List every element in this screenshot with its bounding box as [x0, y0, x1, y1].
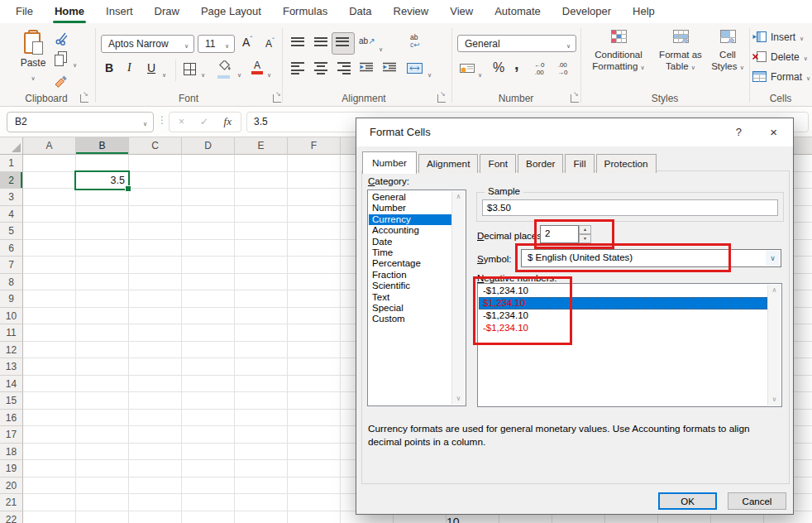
grid-cell[interactable]	[129, 290, 182, 308]
row-header-10[interactable]: 10	[0, 308, 23, 325]
negative-format-option-3[interactable]: -$1,234.10	[479, 309, 767, 322]
cancel-entry-icon[interactable]: ×	[179, 116, 184, 127]
dialog-tab-protection[interactable]: Protection	[596, 154, 657, 173]
fill-color-chevron-icon[interactable]	[237, 65, 241, 80]
grid-cell[interactable]	[76, 494, 129, 511]
column-header-C[interactable]: C	[129, 137, 182, 155]
grid-cell[interactable]	[23, 290, 76, 308]
grid-cell[interactable]	[235, 206, 288, 223]
dialog-tab-alignment[interactable]: Alignment	[418, 154, 478, 173]
spinner-up-icon[interactable]	[579, 225, 591, 234]
grid-cell[interactable]	[76, 444, 129, 461]
decimal-places-value[interactable]: 2	[540, 225, 579, 243]
grid-cell[interactable]	[76, 376, 129, 393]
grid-cell[interactable]	[23, 206, 76, 223]
grid-cell[interactable]	[76, 342, 129, 359]
column-header-F[interactable]: F	[288, 137, 341, 155]
styles-button-conditional-formatting[interactable]: ConditionalFormatting	[584, 30, 653, 74]
row-header-5[interactable]: 5	[0, 223, 23, 240]
grid-cell[interactable]	[288, 444, 341, 461]
grid-cell[interactable]	[129, 358, 182, 376]
grid-cell[interactable]	[129, 308, 182, 325]
grid-cell[interactable]	[182, 376, 235, 393]
grid-cell[interactable]	[288, 206, 341, 223]
grid-cell[interactable]	[23, 460, 76, 477]
grid-cell[interactable]	[182, 290, 235, 308]
ribbon-tab-view[interactable]: View	[439, 0, 484, 23]
accounting-format-button[interactable]	[460, 62, 475, 77]
grid-cell[interactable]	[23, 392, 76, 410]
row-header-12[interactable]: 12	[0, 342, 23, 359]
align-middle-button[interactable]	[314, 37, 327, 48]
grid-cell[interactable]	[235, 494, 288, 511]
grid-cell[interactable]	[76, 410, 129, 427]
grid-cell[interactable]	[76, 223, 129, 240]
grid-cell[interactable]	[235, 392, 288, 410]
close-button[interactable]: ×	[770, 125, 777, 139]
row-header-22[interactable]: 22	[0, 511, 23, 523]
scroll-down-icon[interactable]	[768, 394, 781, 405]
grid-cell[interactable]	[288, 460, 341, 477]
combo-dropdown-icon[interactable]	[766, 251, 780, 266]
increase-indent-button[interactable]	[382, 61, 397, 76]
grid-cell[interactable]	[235, 477, 288, 495]
grid-cell[interactable]	[23, 155, 76, 172]
alignment-dialog-launcher[interactable]	[437, 94, 446, 103]
cells-format-button[interactable]: Format	[752, 71, 810, 88]
grid-cell[interactable]	[182, 392, 235, 410]
ribbon-tab-insert[interactable]: Insert	[95, 0, 144, 23]
category-item-date[interactable]: Date	[369, 237, 451, 247]
ribbon-tab-formulas[interactable]: Formulas	[272, 0, 338, 23]
ribbon-tab-review[interactable]: Review	[383, 0, 440, 23]
row-header-13[interactable]: 13	[0, 358, 23, 376]
dialog-tab-border[interactable]: Border	[518, 154, 563, 173]
grid-cell[interactable]	[235, 290, 288, 308]
grid-cell[interactable]	[76, 206, 129, 223]
row-header-17[interactable]: 17	[0, 426, 23, 444]
decrease-decimal-button[interactable]: .00 →0	[557, 61, 567, 76]
grid-cell[interactable]	[129, 155, 182, 172]
grid-cell[interactable]	[76, 155, 129, 172]
grid-cell[interactable]	[23, 324, 76, 342]
grid-cell[interactable]	[288, 274, 341, 291]
row-header-8[interactable]: 8	[0, 274, 23, 291]
orientation-button[interactable]	[359, 36, 375, 46]
grid-cell[interactable]	[235, 155, 288, 172]
category-item-special[interactable]: Special	[369, 303, 451, 314]
font-size-combobox[interactable]: 11	[198, 35, 235, 53]
ribbon-tab-automate[interactable]: Automate	[484, 0, 552, 23]
grid-cell[interactable]	[76, 274, 129, 291]
ribbon-tab-file[interactable]: File	[5, 0, 44, 23]
grid-cell[interactable]	[288, 358, 341, 376]
underline-button[interactable]: U	[147, 61, 155, 74]
grid-cell[interactable]	[76, 290, 129, 308]
grid-cell[interactable]	[182, 257, 235, 274]
align-bottom-button[interactable]	[336, 37, 349, 48]
grid-cell[interactable]	[76, 308, 129, 325]
grid-cell[interactable]	[182, 342, 235, 359]
paste-button[interactable]: Paste	[13, 30, 53, 84]
active-cell[interactable]: 3.5	[74, 170, 130, 190]
row-header-21[interactable]: 21	[0, 494, 23, 511]
orientation-chevron-icon[interactable]	[379, 40, 383, 55]
grid-cell[interactable]	[235, 257, 288, 274]
grid-cell[interactable]	[288, 172, 341, 190]
category-item-scientific[interactable]: Scientific	[369, 281, 451, 291]
grid-cell[interactable]	[129, 189, 182, 206]
grid-cell[interactable]	[76, 511, 129, 523]
scroll-up-icon[interactable]	[768, 285, 781, 296]
align-right-button[interactable]	[337, 62, 351, 77]
grid-cell[interactable]	[288, 426, 341, 444]
grid-cell[interactable]	[182, 223, 235, 240]
merge-center-chevron-icon[interactable]	[427, 65, 432, 80]
ribbon-tab-home[interactable]: Home	[44, 0, 95, 23]
grid-cell[interactable]	[235, 511, 288, 523]
merge-center-button[interactable]	[407, 62, 423, 77]
grid-cell[interactable]	[129, 324, 182, 342]
enter-entry-icon[interactable]: ✓	[200, 116, 208, 127]
grid-cell[interactable]	[182, 155, 235, 172]
grid-cell[interactable]	[182, 410, 235, 427]
grid-cell[interactable]	[182, 494, 235, 511]
category-item-percentage[interactable]: Percentage	[369, 258, 451, 269]
grid-cell[interactable]	[288, 392, 341, 410]
